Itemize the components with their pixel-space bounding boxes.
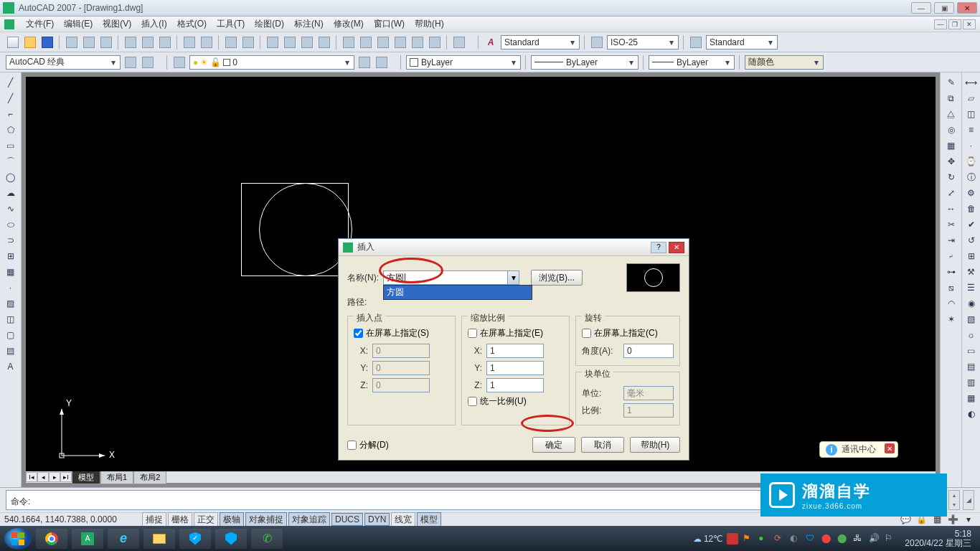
lineweight-combo[interactable]: ByLayer ▾	[649, 55, 735, 70]
tab-first-button[interactable]: I◂	[26, 472, 37, 482]
copy-button[interactable]	[141, 35, 155, 50]
undo-button[interactable]	[224, 35, 238, 50]
taskbar-autocad[interactable]: A	[72, 529, 103, 549]
dim-style-combo[interactable]: ISO-25▾	[607, 35, 679, 50]
weather-icon[interactable]: ☁12℃	[693, 534, 722, 544]
table-style-combo[interactable]: Standard▾	[706, 35, 778, 50]
region-mass-tool[interactable]: ◫	[964, 107, 979, 121]
line-tool[interactable]: ╱	[4, 75, 18, 90]
explode-checkbox[interactable]: 分解(D)	[347, 439, 389, 451]
close-button[interactable]: ✕	[957, 2, 977, 14]
ok-button[interactable]: 确定	[532, 437, 575, 453]
mirror-tool[interactable]: ⧋	[944, 107, 958, 121]
walk-tool[interactable]: ▤	[964, 359, 979, 374]
text-style-icon[interactable]: A	[484, 35, 498, 50]
tab-model[interactable]: 模型	[72, 471, 100, 484]
explode-tool[interactable]: ✶	[944, 312, 958, 326]
linetype-combo[interactable]: ByLayer ▾	[531, 55, 639, 70]
scale-x-field[interactable]	[486, 344, 544, 358]
markup-button[interactable]	[410, 35, 425, 50]
tray-flag-icon[interactable]: ⚐	[885, 533, 896, 545]
erase-tool[interactable]: ✎	[944, 75, 958, 90]
text-style-combo[interactable]: Standard▾	[501, 35, 580, 50]
id-tool[interactable]: ·	[964, 138, 979, 153]
ellipse-tool[interactable]: ⬭	[4, 217, 18, 232]
audit-tool[interactable]: ✔	[964, 217, 979, 232]
taskbar-app1[interactable]	[215, 529, 247, 549]
ellipse-arc-tool[interactable]: ⊃	[4, 233, 18, 248]
grid-toggle[interactable]: 栅格	[168, 512, 192, 527]
info-center-popup[interactable]: i 通讯中心 ✕	[819, 441, 898, 458]
revcloud-tool[interactable]: ☁	[4, 186, 18, 200]
tab-layout1[interactable]: 布局1	[100, 471, 133, 484]
menu-modify[interactable]: 修改(M)	[329, 17, 368, 32]
circle-tool[interactable]: ◯	[4, 170, 18, 184]
taskbar-chrome[interactable]	[36, 529, 67, 549]
paste-button[interactable]	[158, 35, 172, 50]
redo-button[interactable]	[241, 35, 255, 50]
arc-tool[interactable]: ⌒	[4, 154, 18, 169]
zoom-previous-button[interactable]	[317, 35, 331, 50]
plot-preview-button[interactable]	[82, 35, 96, 50]
menu-tools[interactable]: 工具(T)	[212, 17, 249, 32]
dim-style-icon[interactable]	[590, 35, 604, 50]
purge-tool[interactable]: 🗑	[964, 202, 979, 216]
offset-tool[interactable]: ◎	[944, 123, 958, 137]
area-tool[interactable]: ▱	[964, 91, 979, 105]
scale-y-field[interactable]	[486, 361, 544, 375]
recover-tool[interactable]: ↺	[964, 233, 979, 248]
camera-tool[interactable]: ▭	[964, 344, 979, 358]
tool-palettes-button[interactable]	[376, 35, 390, 50]
cut-button[interactable]	[123, 35, 138, 50]
lights-tool[interactable]: ☼	[964, 328, 979, 342]
status-minus-icon[interactable]: ▾	[961, 512, 976, 527]
menu-file[interactable]: 文件(F)	[22, 17, 58, 32]
3dorbit-tool[interactable]: ◐	[964, 407, 979, 421]
cancel-button[interactable]: 取消	[581, 437, 624, 453]
list-tool[interactable]: ≡	[964, 123, 979, 137]
lwt-toggle[interactable]: 线宽	[391, 512, 415, 527]
browse-button[interactable]: 浏览(B)...	[531, 270, 583, 286]
quickcalc-button[interactable]	[428, 35, 442, 50]
start-button[interactable]	[4, 528, 32, 550]
taskbar-ie[interactable]: e	[108, 529, 139, 549]
snap-toggle[interactable]: 捕捉	[142, 512, 166, 527]
menu-draw[interactable]: 绘图(D)	[250, 17, 288, 32]
help-button[interactable]	[452, 35, 466, 50]
properties-button[interactable]	[341, 35, 356, 50]
status-plus-icon[interactable]: ➕	[946, 512, 960, 527]
block-name-option[interactable]: 方圆	[384, 286, 532, 299]
dialog-titlebar[interactable]: 插入 ? ✕	[339, 239, 689, 256]
region-tool[interactable]: ▢	[4, 328, 18, 342]
trim-tool[interactable]: ✂	[944, 217, 958, 232]
time-tool[interactable]: ⌚	[964, 154, 979, 169]
mdi-restore-button[interactable]: ❐	[948, 19, 961, 29]
workspace-combo[interactable]: AutoCAD 经典▾	[6, 55, 121, 70]
tab-next-button[interactable]: ▸	[49, 472, 60, 482]
setvar-tool[interactable]: ⚙	[964, 186, 979, 200]
plot-button[interactable]	[65, 35, 79, 50]
point-tool[interactable]: ·	[4, 281, 18, 295]
drawing-canvas[interactable]: X Y 插入 ? ✕ 名称(N): 方圆 ▾	[26, 77, 936, 471]
stretch-tool[interactable]: ↔	[944, 202, 958, 216]
menu-format[interactable]: 格式(O)	[173, 17, 211, 32]
tray-icon-1[interactable]	[727, 533, 738, 545]
menu-insert[interactable]: 插入(I)	[137, 17, 171, 32]
visual-styles-tool[interactable]: ▦	[964, 391, 979, 405]
tray-volume-icon[interactable]: 🔊	[869, 533, 880, 545]
tray-icon-2[interactable]: ⚑	[743, 533, 754, 545]
polyline-tool[interactable]: ⌐	[4, 107, 18, 121]
mdi-close-button[interactable]: ✕	[963, 19, 976, 29]
open-button[interactable]	[23, 35, 37, 50]
tray-network-icon[interactable]: 🖧	[853, 533, 864, 545]
scale-z-field[interactable]	[486, 378, 544, 392]
extend-tool[interactable]: ⇥	[944, 233, 958, 248]
menu-edit[interactable]: 编辑(E)	[60, 17, 97, 32]
tray-icon-5[interactable]: ◐	[790, 533, 801, 545]
taskbar-clock[interactable]: 5:18 2020/4/22 星期三	[900, 529, 976, 548]
specify-onscreen-insert-checkbox[interactable]: 在屏幕上指定(S)	[354, 327, 449, 339]
make-block-tool[interactable]: ▦	[4, 265, 18, 279]
chevron-down-icon[interactable]: ▾	[507, 271, 519, 284]
menu-help[interactable]: 帮助(H)	[410, 17, 448, 32]
insert-block-tool[interactable]: ⊞	[4, 249, 18, 263]
